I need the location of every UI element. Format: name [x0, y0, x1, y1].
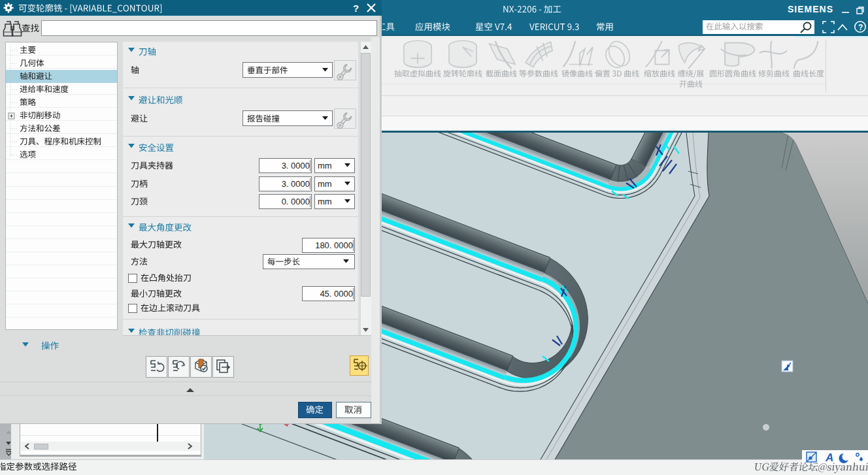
svg-text:?: ? [353, 3, 359, 14]
svg-text:?: ? [858, 23, 863, 32]
